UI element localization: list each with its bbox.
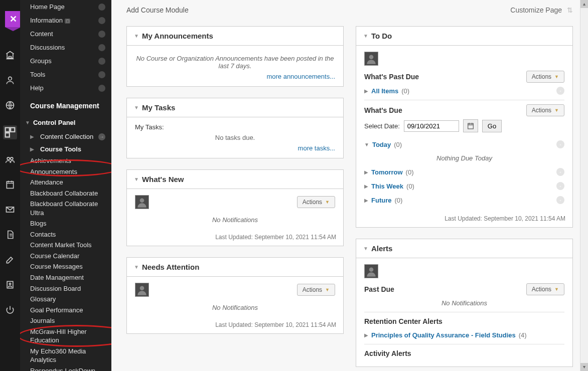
tool-date-management[interactable]: Date Management xyxy=(20,272,111,283)
course-tools-row[interactable]: ▶Course Tools xyxy=(20,143,111,155)
divider xyxy=(364,100,564,100)
svg-rect-3 xyxy=(11,128,15,132)
tool-journals[interactable]: Journals xyxy=(20,315,111,326)
globe-icon[interactable] xyxy=(5,100,15,110)
dashboard-icon[interactable] xyxy=(3,125,17,139)
svg-point-10 xyxy=(9,283,11,285)
tomorrow-row[interactable]: ▶Tomorrow (0) ◦ xyxy=(364,165,564,179)
sidebar-item-home[interactable]: Home Page xyxy=(20,0,111,14)
calendar-button[interactable] xyxy=(463,119,478,132)
more-announcements-link[interactable]: more announcements... xyxy=(266,73,335,80)
sidebar-item-label: Content xyxy=(30,30,53,38)
dismiss-icon[interactable]: ◦ xyxy=(556,87,564,95)
doc-icon[interactable] xyxy=(5,230,15,240)
tool-blogs[interactable]: Blogs xyxy=(20,218,111,229)
sidebar-item-information[interactable]: Information□ xyxy=(20,14,111,27)
info-badge: □ xyxy=(65,19,70,24)
future-row[interactable]: ▶Future (0) ◦ xyxy=(364,193,564,207)
alerts-empty: No Notifications xyxy=(364,296,564,310)
customize-page-link[interactable]: Customize Page xyxy=(510,6,562,14)
tool-echo360[interactable]: My Echo360 Media Analytics xyxy=(20,346,111,365)
dismiss-icon[interactable]: ◦ xyxy=(556,196,564,204)
scroll-down-icon[interactable]: ▾ xyxy=(580,363,588,371)
needs-updated: Last Updated: September 10, 2021 11:54 A… xyxy=(127,319,343,333)
add-course-module-link[interactable]: Add Course Module xyxy=(126,6,189,14)
control-panel-heading[interactable]: ▼ Control Panel xyxy=(20,114,111,130)
today-row[interactable]: ▼Today (0) ◦ xyxy=(364,137,564,151)
select-date-row: Select Date: Go xyxy=(364,117,564,137)
past-due-actions-button[interactable]: Actions▼ xyxy=(526,71,564,83)
more-tasks-link[interactable]: more tasks... xyxy=(298,144,335,152)
announcements-header[interactable]: ▼ My Announcements xyxy=(127,27,343,46)
go-button[interactable]: Go xyxy=(482,120,502,132)
dismiss-icon[interactable]: ◦ xyxy=(556,168,564,176)
alerts-actions-button[interactable]: Actions▼ xyxy=(526,283,564,295)
tasks-header[interactable]: ▼ My Tasks xyxy=(127,98,343,117)
dismiss-icon[interactable]: ◦ xyxy=(556,182,564,190)
reorder-icon[interactable]: ⇅ xyxy=(567,6,573,14)
date-input[interactable] xyxy=(404,120,459,132)
tool-glossary[interactable]: Glossary xyxy=(20,294,111,305)
needs-attention-header[interactable]: ▼ Needs Attention xyxy=(127,258,343,277)
card-title: Alerts xyxy=(371,244,393,253)
needs-actions-button[interactable]: Actions▼ xyxy=(297,284,335,296)
sidebar-item-discussions[interactable]: Discussions xyxy=(20,41,111,54)
tool-bb-collaborate[interactable]: Blackboard Collaborate xyxy=(20,188,111,199)
sidebar-item-groups[interactable]: Groups xyxy=(20,54,111,68)
sidebar-item-content[interactable]: Content xyxy=(20,27,111,41)
tool-announcements[interactable]: Announcements xyxy=(20,166,111,177)
todo-header[interactable]: ▼ To Do xyxy=(356,27,572,46)
whats-due-actions-button[interactable]: Actions▼ xyxy=(526,104,564,116)
card-title: To Do xyxy=(371,32,392,40)
tool-goal-performance[interactable]: Goal Performance xyxy=(20,305,111,316)
tool-discussion-board[interactable]: Discussion Board xyxy=(20,283,111,294)
tool-bb-collaborate-ultra[interactable]: Blackboard Collaborate Ultra xyxy=(20,199,111,218)
whats-new-empty: No Notifications xyxy=(135,209,335,226)
edit-icon[interactable] xyxy=(5,255,15,265)
profile-icon[interactable] xyxy=(5,280,15,290)
tomorrow-count: (0) xyxy=(406,168,414,176)
divider xyxy=(364,312,564,312)
tool-content-market[interactable]: Content Market Tools xyxy=(20,240,111,251)
tool-mcgraw-hill[interactable]: McGraw-Hill Higher Education xyxy=(20,326,111,346)
actions-label: Actions xyxy=(532,107,551,114)
sidebar-item-label: Help xyxy=(30,84,44,92)
chevron-right-icon: ▶ xyxy=(364,169,368,175)
needs-attention-card: ▼ Needs Attention Actions▼ No Notificati… xyxy=(126,257,344,334)
future-count: (0) xyxy=(394,197,402,204)
tool-respondus[interactable]: Respondus LockDown Browser xyxy=(20,365,111,371)
chevron-right-icon: ▶ xyxy=(364,183,368,189)
chevron-down-icon: ▼ xyxy=(554,287,559,292)
power-icon[interactable] xyxy=(5,305,15,315)
sidebar-item-help[interactable]: Help xyxy=(20,81,111,95)
collapse-icon: ▼ xyxy=(363,33,368,39)
menu-indicator-icon xyxy=(98,71,105,78)
this-week-row[interactable]: ▶This Week (0) ◦ xyxy=(364,179,564,193)
svg-rect-2 xyxy=(6,128,10,132)
calendar-icon[interactable] xyxy=(5,179,15,190)
tool-contacts[interactable]: Contacts xyxy=(20,229,111,240)
group-icon[interactable] xyxy=(5,154,15,164)
whats-new-actions-button[interactable]: Actions▼ xyxy=(297,196,335,208)
sidebar-item-tools[interactable]: Tools xyxy=(20,68,111,81)
tool-course-messages[interactable]: Course Messages xyxy=(20,261,111,272)
main-content: Add Course Module Customize Page ⇅ ▼ My … xyxy=(111,0,588,371)
alerts-header[interactable]: ▼ Alerts xyxy=(356,239,572,258)
dashboard-grid: ▼ My Announcements No Course or Organiza… xyxy=(111,26,588,367)
svg-point-6 xyxy=(11,157,13,160)
collapse-icon: ▼ xyxy=(134,33,139,39)
all-items-row[interactable]: ▶All Items (0) ◦ xyxy=(364,84,564,98)
retention-course-row[interactable]: ▶Principles of Quality Assurance - Field… xyxy=(364,328,564,342)
content-collection-row[interactable]: ▶Content Collection → xyxy=(20,130,111,143)
tool-course-calendar[interactable]: Course Calendar xyxy=(20,251,111,262)
mail-icon[interactable] xyxy=(5,205,15,215)
tool-achievements[interactable]: Achievements xyxy=(20,155,111,166)
bank-icon[interactable] xyxy=(5,50,15,60)
vertical-scrollbar[interactable]: ▴ ▾ xyxy=(580,0,588,371)
person-icon[interactable] xyxy=(5,75,15,85)
dismiss-icon[interactable]: ◦ xyxy=(556,140,564,148)
close-menu-button[interactable]: ✕ xyxy=(5,11,21,27)
whats-new-header[interactable]: ▼ What's New xyxy=(127,170,343,189)
scroll-up-icon[interactable]: ▴ xyxy=(580,0,588,8)
tool-attendance[interactable]: Attendance xyxy=(20,177,111,188)
